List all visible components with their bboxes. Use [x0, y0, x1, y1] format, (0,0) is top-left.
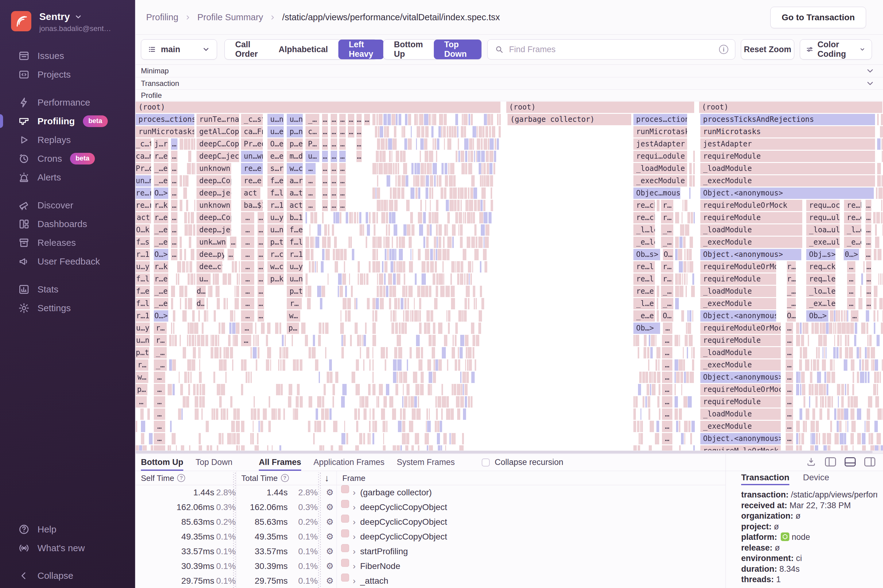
color-coding-button[interactable]: Color Coding: [800, 39, 872, 60]
flame-frame[interactable]: re…ck: [634, 200, 655, 211]
flame-frame[interactable]: _…e: [154, 237, 168, 248]
sidebar-item-stats[interactable]: Stats: [0, 280, 135, 298]
profile-section-header[interactable]: Profile: [136, 90, 883, 101]
go-to-transaction-button[interactable]: Go to Transaction: [770, 7, 866, 28]
gear-icon[interactable]: ⚙: [324, 485, 336, 500]
flame-frame[interactable]: …: [851, 310, 859, 322]
flame-frame[interactable]: …: [866, 273, 871, 285]
flame-frame[interactable]: (garbage collector): [508, 114, 631, 125]
org-switcher[interactable]: Sentry jonas.badalic@sent…: [0, 0, 135, 33]
flame-frame[interactable]: …: [339, 163, 346, 174]
flame-frame[interactable]: …: [322, 163, 328, 174]
flame-frame[interactable]: _…: [305, 114, 319, 125]
flame-frame[interactable]: …: [662, 445, 673, 450]
breadcrumb-profiling[interactable]: Profiling: [146, 12, 179, 22]
flame-frame[interactable]: _loadModule: [700, 347, 781, 358]
sidebar-item-profiling[interactable]: Profilingbeta: [0, 112, 135, 130]
flame-frame[interactable]: …: [348, 114, 354, 125]
flame-frame[interactable]: Object.<anonymous>: [700, 372, 781, 383]
tab-system-frames[interactable]: System Frames: [396, 454, 455, 471]
flame-frame[interactable]: …: [331, 114, 337, 125]
flame-frame[interactable]: _execModule: [700, 175, 875, 187]
flame-frame[interactable]: f…e: [136, 286, 150, 297]
flame-frame[interactable]: dee…py: [197, 249, 224, 260]
flame-frame[interactable]: …: [339, 114, 346, 125]
flame-frame[interactable]: p…t: [267, 237, 284, 248]
flame-frame[interactable]: …: [865, 249, 871, 260]
flame-frame[interactable]: m…d: [287, 151, 303, 162]
flame-frame[interactable]: _execModule: [700, 421, 781, 432]
flame-frame[interactable]: re…l: [634, 273, 655, 285]
sidebar-item-dashboards[interactable]: Dashboards: [0, 214, 135, 233]
flame-frame[interactable]: r…: [136, 359, 148, 371]
flame-frame[interactable]: …: [241, 237, 254, 248]
expand-chevron-icon[interactable]: ›: [353, 574, 356, 588]
flame-frame[interactable]: req…le: [806, 273, 835, 285]
sidebar-item-whats-new[interactable]: What's new: [0, 538, 135, 557]
gear-icon[interactable]: ⚙: [324, 559, 336, 574]
flame-frame[interactable]: unknown: [197, 200, 231, 211]
flame-frame[interactable]: proces…ctions: [634, 114, 687, 125]
flame-frame[interactable]: …: [786, 335, 793, 346]
flame-frame[interactable]: p…e: [287, 138, 303, 150]
flame-frame[interactable]: requireModule: [700, 273, 776, 285]
flame-frame[interactable]: …: [230, 237, 236, 248]
flame-frame[interactable]: requireModule: [700, 151, 875, 162]
flame-frame[interactable]: deepC…Copy: [197, 138, 239, 150]
flame-frame[interactable]: …: [258, 310, 264, 322]
flame-frame[interactable]: …: [322, 114, 328, 125]
flame-frame[interactable]: r…: [661, 261, 673, 273]
flame-frame[interactable]: r…: [661, 212, 673, 224]
flame-frame[interactable]: requireModule: [700, 212, 802, 224]
flame-frame[interactable]: …: [154, 384, 165, 395]
flame-frame[interactable]: …: [171, 224, 177, 236]
flame-frame[interactable]: …: [331, 163, 337, 174]
flame-frame[interactable]: …: [663, 322, 673, 334]
flame-frame[interactable]: r…1: [267, 200, 284, 211]
flame-frame[interactable]: u…n: [287, 273, 303, 285]
find-frames-search[interactable]: i: [487, 39, 735, 60]
flame-frame[interactable]: _…e: [154, 298, 168, 309]
flame-frame[interactable]: r…c: [267, 249, 284, 260]
flame-frame[interactable]: f…l: [136, 273, 150, 285]
gear-icon[interactable]: ⚙: [324, 514, 336, 530]
flame-frame[interactable]: …: [322, 151, 328, 162]
flame-frame[interactable]: p…: [287, 322, 299, 334]
flame-frame[interactable]: jestAdapter: [700, 138, 875, 150]
flame-frame[interactable]: Obj…s>: [806, 249, 835, 260]
flame-frame[interactable]: r…: [787, 273, 796, 285]
flame-frame[interactable]: …: [241, 249, 254, 260]
flame-frame[interactable]: …: [348, 126, 354, 138]
flame-frame[interactable]: Object.<anonymous>: [700, 433, 781, 444]
flame-frame[interactable]: r…: [661, 200, 673, 211]
flame-frame[interactable]: u…n: [287, 114, 303, 125]
flame-frame[interactable]: u…y: [267, 212, 284, 224]
flame-frame[interactable]: …: [305, 163, 315, 174]
flame-frame[interactable]: …: [171, 212, 177, 224]
view-top-down[interactable]: Top Down: [434, 40, 481, 59]
flame-frame[interactable]: …: [322, 200, 328, 211]
flame-frame[interactable]: f…l: [136, 298, 150, 309]
gear-icon[interactable]: ⚙: [324, 530, 336, 544]
flame-frame[interactable]: 0…>: [844, 249, 859, 260]
flame-frame[interactable]: O…>: [154, 310, 168, 322]
checkbox-icon[interactable]: [482, 459, 490, 466]
flame-frame[interactable]: O…: [661, 310, 673, 322]
flame-frame[interactable]: re…e: [844, 212, 861, 224]
flamegraph-horizontal-scrollbar[interactable]: [136, 450, 883, 454]
flame-frame[interactable]: …: [786, 359, 793, 371]
flame-frame[interactable]: …: [662, 347, 673, 358]
flame-frame[interactable]: u…: [197, 273, 210, 285]
flame-frame[interactable]: …: [258, 298, 264, 309]
flame-frame[interactable]: w…: [136, 372, 148, 383]
flame-frame[interactable]: b…1: [287, 212, 303, 224]
view-bottom-up[interactable]: Bottom Up: [383, 40, 434, 59]
flame-frame[interactable]: un…n: [136, 175, 151, 187]
flame-frame[interactable]: requireModuleOrMock: [700, 322, 781, 334]
flame-frame[interactable]: requireM…leOrMock: [700, 445, 781, 450]
flame-frame[interactable]: …: [662, 359, 673, 371]
help-icon[interactable]: ?: [177, 474, 185, 482]
flame-frame[interactable]: …: [154, 421, 165, 432]
reset-zoom-button[interactable]: Reset Zoom: [741, 39, 794, 60]
flame-frame[interactable]: …: [154, 445, 165, 450]
